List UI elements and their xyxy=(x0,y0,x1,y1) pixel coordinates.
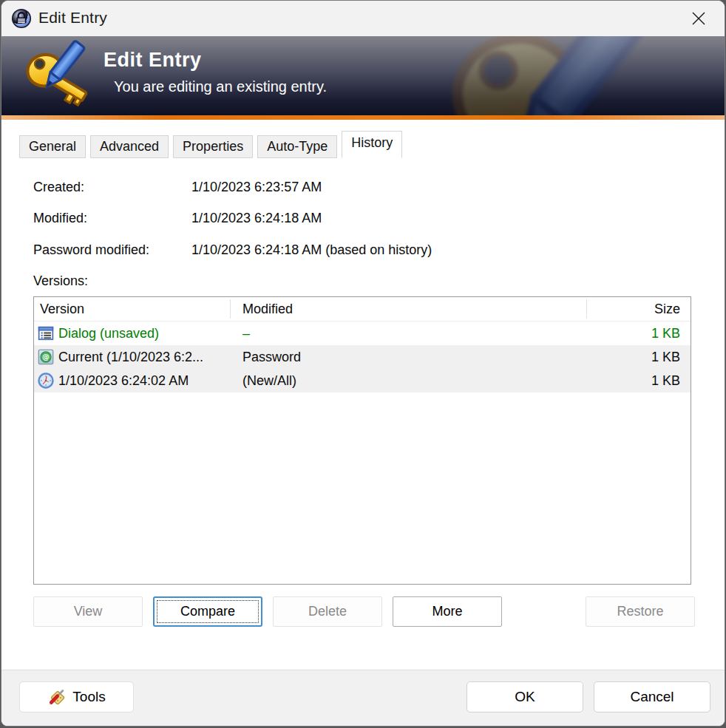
column-separator[interactable] xyxy=(586,299,587,319)
clock-icon xyxy=(38,372,54,389)
version-row-dialog-unsaved[interactable]: Dialog (unsaved) – 1 KB xyxy=(34,322,691,345)
column-header-size[interactable]: Size xyxy=(587,302,686,317)
version-modified: (New/All) xyxy=(231,373,587,389)
modified-value: 1/10/2023 6:24:18 AM xyxy=(191,211,322,225)
column-separator[interactable] xyxy=(230,299,231,319)
modified-row: Modified: 1/10/2023 6:24:18 AM xyxy=(33,211,322,227)
password-modified-label: Password modified: xyxy=(33,242,188,258)
accent-divider xyxy=(1,115,725,120)
dialog-banner: Edit Entry You are editing an existing e… xyxy=(1,36,725,115)
ok-button[interactable]: OK xyxy=(467,681,583,712)
version-modified: Password xyxy=(231,350,587,365)
more-button[interactable]: More xyxy=(393,596,502,627)
view-button[interactable]: View xyxy=(33,596,143,627)
banner-subtitle: You are editing an existing entry. xyxy=(114,78,327,95)
password-modified-value: 1/10/2023 6:24:18 AM (based on history) xyxy=(191,242,432,257)
keepass-watermark-icon xyxy=(441,36,693,115)
title-bar[interactable]: Edit Entry xyxy=(1,1,725,36)
version-row-timestamp[interactable]: 1/10/2023 6:24:02 AM (New/All) 1 KB xyxy=(34,369,691,392)
tab-general[interactable]: General xyxy=(19,135,86,158)
version-name: 1/10/2023 6:24:02 AM xyxy=(58,373,189,389)
delete-button[interactable]: Delete xyxy=(273,596,382,627)
tab-bar: General Advanced Properties Auto-Type Hi… xyxy=(19,131,407,158)
version-row-current[interactable]: @ Current (1/10/2023 6:2... Password 1 K… xyxy=(34,345,691,369)
column-header-modified[interactable]: Modified xyxy=(231,302,587,317)
compare-button[interactable]: Compare xyxy=(153,596,262,627)
created-value: 1/10/2023 6:23:57 AM xyxy=(191,180,322,194)
window-title: Edit Entry xyxy=(38,9,107,27)
version-name: Current (1/10/2023 6:2... xyxy=(58,350,203,365)
tools-icon xyxy=(47,687,67,707)
version-name: Dialog (unsaved) xyxy=(58,326,159,341)
dialog-footer: Tools OK Cancel xyxy=(1,670,725,727)
versions-list-header: Version Modified Size xyxy=(34,297,691,322)
tools-button-label: Tools xyxy=(72,689,105,705)
created-label: Created: xyxy=(33,180,188,195)
versions-list[interactable]: Version Modified Size Dialog (unsaved) –… xyxy=(33,296,691,585)
close-icon xyxy=(691,10,707,27)
key-pencil-icon xyxy=(22,39,98,113)
keepass-lock-icon xyxy=(11,8,32,29)
tab-properties[interactable]: Properties xyxy=(173,135,253,158)
at-sign-icon: @ xyxy=(38,349,54,365)
tab-auto-type[interactable]: Auto-Type xyxy=(257,135,337,158)
svg-text:@: @ xyxy=(42,353,50,361)
tab-advanced[interactable]: Advanced xyxy=(90,135,169,158)
version-size: 1 KB xyxy=(587,373,686,389)
tab-history[interactable]: History xyxy=(342,131,402,158)
edit-entry-dialog: Edit Entry Edit Entry You are editing an… xyxy=(1,0,725,727)
cancel-button[interactable]: Cancel xyxy=(594,681,710,712)
column-header-version[interactable]: Version xyxy=(34,302,231,317)
dialog-icon xyxy=(38,325,54,341)
password-modified-row: Password modified: 1/10/2023 6:24:18 AM … xyxy=(33,242,432,259)
version-modified: – xyxy=(231,326,587,341)
restore-button[interactable]: Restore xyxy=(586,596,695,627)
banner-title: Edit Entry xyxy=(104,49,202,72)
modified-label: Modified: xyxy=(33,211,188,226)
version-size: 1 KB xyxy=(587,326,686,341)
tools-button[interactable]: Tools xyxy=(19,681,134,712)
created-row: Created: 1/10/2023 6:23:57 AM xyxy=(33,180,322,196)
versions-label: Versions: xyxy=(33,273,88,289)
close-button[interactable] xyxy=(682,2,716,35)
version-size: 1 KB xyxy=(587,350,686,365)
